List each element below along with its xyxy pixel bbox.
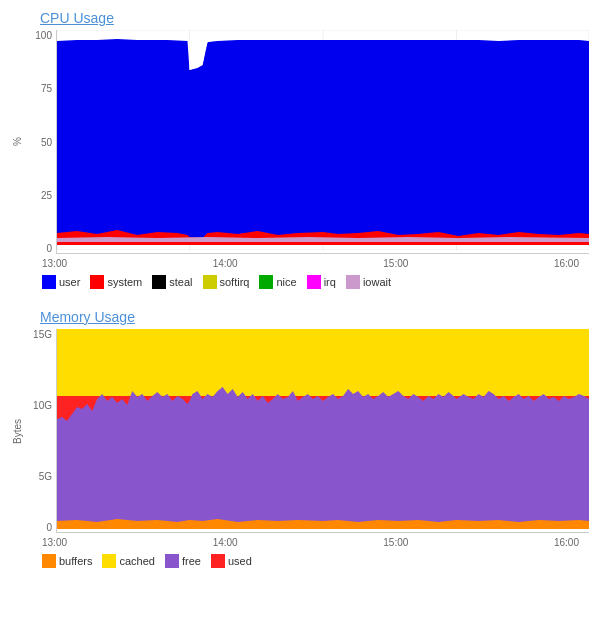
- cpu-softirq-color: [203, 275, 217, 289]
- cpu-legend: user system steal softirq nice irq iowai…: [42, 275, 589, 289]
- mem-legend-cached: cached: [102, 554, 154, 568]
- mem-svg: [57, 329, 589, 529]
- cpu-chart-area: [56, 30, 589, 254]
- cpu-legend-iowait: iowait: [346, 275, 391, 289]
- cpu-legend-user: user: [42, 275, 80, 289]
- memory-legend: buffers cached free used: [42, 554, 589, 568]
- svg-marker-11: [57, 39, 589, 240]
- cpu-svg: [57, 30, 589, 250]
- mem-free-color: [165, 554, 179, 568]
- cpu-y-label: %: [10, 30, 24, 254]
- memory-chart-wrapper: Bytes 15G 10G 5G 0: [10, 329, 589, 533]
- cpu-chart-container: CPU Usage % 100 75 50 25 0: [0, 0, 599, 289]
- memory-chart-title: Memory Usage: [40, 309, 589, 325]
- cpu-x-axis: 13:00 14:00 15:00 16:00: [42, 256, 589, 269]
- cpu-chart-title: CPU Usage: [40, 10, 589, 26]
- svg-marker-28: [57, 387, 589, 529]
- cpu-legend-softirq: softirq: [203, 275, 250, 289]
- cpu-system-color: [90, 275, 104, 289]
- svg-rect-27: [57, 329, 589, 396]
- cpu-steal-color: [152, 275, 166, 289]
- mem-legend-free: free: [165, 554, 201, 568]
- cpu-nice-color: [259, 275, 273, 289]
- cpu-y-axis: 100 75 50 25 0: [24, 30, 56, 254]
- mem-y-label: Bytes: [10, 329, 24, 533]
- cpu-chart-wrapper: % 100 75 50 25 0: [10, 30, 589, 254]
- cpu-legend-nice: nice: [259, 275, 296, 289]
- mem-cached-color: [102, 554, 116, 568]
- memory-chart-container: Memory Usage Bytes 15G 10G 5G 0: [0, 299, 599, 568]
- cpu-legend-system: system: [90, 275, 142, 289]
- memory-y-axis: 15G 10G 5G 0: [24, 329, 56, 533]
- cpu-legend-steal: steal: [152, 275, 192, 289]
- mem-buffers-color: [42, 554, 56, 568]
- svg-marker-14: [57, 237, 589, 242]
- mem-legend-used: used: [211, 554, 252, 568]
- mem-used-color: [211, 554, 225, 568]
- mem-legend-buffers: buffers: [42, 554, 92, 568]
- cpu-legend-irq: irq: [307, 275, 336, 289]
- memory-chart-area: [56, 329, 589, 533]
- cpu-iowait-color: [346, 275, 360, 289]
- cpu-user-color: [42, 275, 56, 289]
- cpu-irq-color: [307, 275, 321, 289]
- memory-x-axis: 13:00 14:00 15:00 16:00: [42, 535, 589, 548]
